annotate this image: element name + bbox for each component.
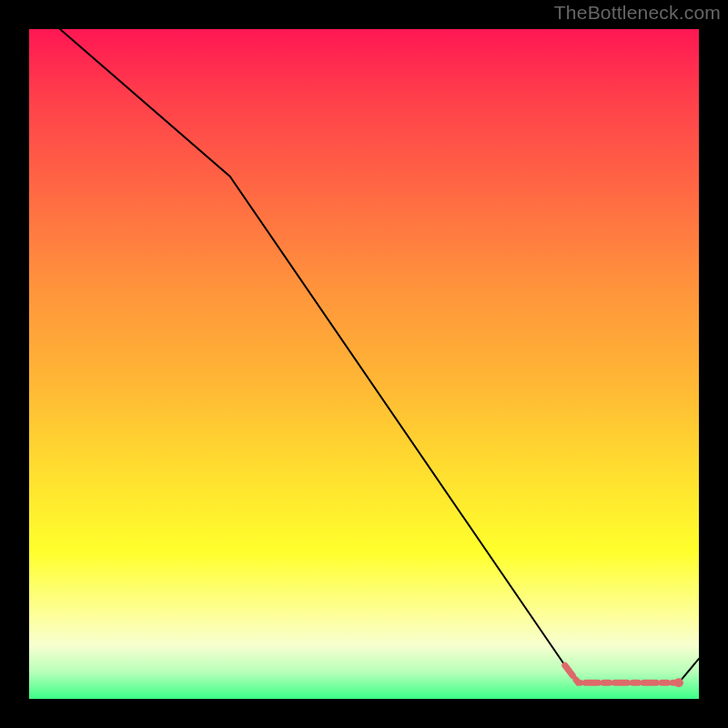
main-curve xyxy=(29,29,699,682)
chart-frame: TheBottleneck.com xyxy=(0,0,728,728)
watermark-text: TheBottleneck.com xyxy=(554,2,721,24)
accent-end-dot xyxy=(674,678,683,687)
chart-overlay xyxy=(29,29,699,699)
accent-curve xyxy=(565,665,679,682)
